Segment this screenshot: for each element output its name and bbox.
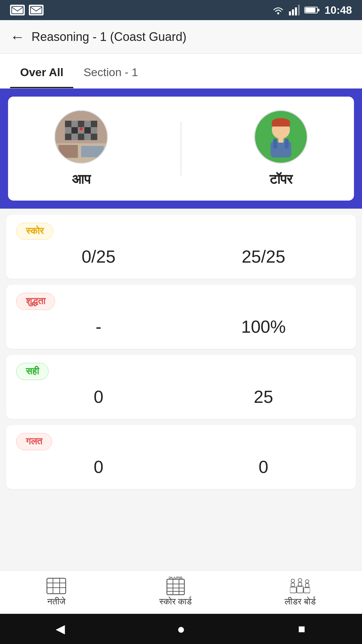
tab-overall[interactable]: Over All [10,54,73,88]
android-nav: ◀ ● ■ [0,614,362,644]
svg-rect-52 [291,583,295,586]
correct-card: सही 0 25 [6,355,356,419]
tab-section1[interactable]: Section - 1 [73,54,148,88]
bottom-nav: नतीजे SCORE स्कोर कार्ड [0,570,362,614]
score-card: स्कोर 0/25 25/25 [6,215,356,279]
android-back-button[interactable]: ◀ [52,621,69,637]
mail-icon-1 [10,5,25,15]
you-correct: 0 [65,387,132,407]
svg-rect-1 [31,6,42,14]
results-icon [46,578,66,594]
android-recent-button[interactable]: ■ [293,621,310,637]
svg-rect-58 [297,586,303,593]
you-column: आप [54,110,108,187]
you-wrong: 0 [65,457,132,477]
svg-rect-13 [71,121,78,127]
wrong-card: गलत 0 0 [6,425,356,489]
svg-rect-12 [65,121,71,127]
svg-rect-25 [84,133,91,140]
svg-text:SCORE: SCORE [169,577,183,580]
svg-point-27 [80,127,83,130]
svg-point-2 [277,12,279,14]
svg-rect-29 [59,145,78,158]
leaderboard-label: लीडर बोर्ड [285,596,315,607]
svg-rect-38 [278,138,283,143]
svg-rect-15 [84,121,91,127]
top-nav: ← Reasoning - 1 (Coast Guard) [0,20,362,54]
status-bar: 10:48 [0,0,362,20]
svg-rect-24 [78,133,84,140]
score-badge: स्कोर [16,223,53,240]
android-home-button[interactable]: ● [173,621,189,637]
topper-avatar [254,110,308,164]
correct-values: 0 25 [16,387,346,407]
main-content: आप [0,89,362,570]
svg-rect-16 [91,121,97,127]
svg-rect-4 [292,9,294,15]
svg-rect-36 [273,139,277,149]
svg-rect-44 [167,579,184,595]
svg-rect-20 [84,127,91,133]
leaderboard-icon [290,578,310,594]
bottom-nav-results[interactable]: नतीजे [46,578,66,607]
you-label: आप [72,172,90,187]
wrong-values: 0 0 [16,457,346,477]
scorecard-icon: SCORE [166,578,186,594]
svg-rect-6 [298,5,300,15]
svg-rect-21 [91,127,97,133]
svg-rect-14 [78,121,84,127]
comparison-card: आप [0,89,362,209]
topper-correct: 25 [230,387,297,407]
topper-column: टॉपर [254,110,308,187]
svg-point-55 [306,580,309,583]
wifi-icon [272,4,284,16]
svg-rect-22 [65,133,71,140]
page-title: Reasoning - 1 (Coast Guard) [32,30,186,44]
svg-rect-30 [81,146,104,157]
status-bar-left [10,5,44,15]
accuracy-card: शुद्धता - 100% [6,285,356,349]
you-avatar [54,110,108,164]
svg-rect-8 [305,8,315,12]
status-bar-right: 10:48 [272,4,352,16]
topper-wrong: 0 [230,457,297,477]
svg-rect-39 [47,578,66,594]
svg-rect-59 [304,588,310,593]
you-score: 0/25 [65,247,132,267]
mail-icon-2 [29,5,44,15]
wrong-badge: गलत [16,433,52,450]
svg-rect-23 [71,133,78,140]
bottom-nav-scorecard[interactable]: SCORE स्कोर कार्ड [159,578,192,607]
results-label: नतीजे [47,596,65,607]
you-accuracy: - [65,317,132,337]
svg-rect-0 [12,6,23,14]
svg-rect-3 [289,11,291,15]
comparison-divider [181,122,181,175]
bottom-nav-leaderboard[interactable]: लीडर बोर्ड [285,578,315,607]
comparison-inner: आप [8,97,354,201]
score-values: 0/25 25/25 [16,247,346,267]
svg-rect-9 [318,9,319,11]
time-display: 10:48 [324,4,352,16]
battery-icon [304,6,320,14]
svg-rect-17 [65,127,71,133]
correct-badge: सही [16,363,49,380]
signal-icon [289,5,300,15]
svg-rect-18 [71,127,78,133]
svg-point-53 [298,579,302,582]
accuracy-values: - 100% [16,317,346,337]
svg-rect-26 [91,133,97,140]
topper-label: टॉपर [269,172,292,187]
svg-point-51 [291,579,295,582]
svg-rect-5 [295,7,297,15]
svg-rect-34 [272,122,290,126]
back-button[interactable]: ← [10,30,25,44]
topper-score: 25/25 [230,247,297,267]
topper-accuracy: 100% [230,317,297,337]
svg-rect-37 [285,139,289,149]
svg-rect-56 [306,584,309,587]
accuracy-badge: शुद्धता [16,293,55,310]
tabs-container: Over All Section - 1 [0,54,362,89]
scorecard-label: स्कोर कार्ड [159,596,192,607]
svg-rect-57 [290,587,296,593]
